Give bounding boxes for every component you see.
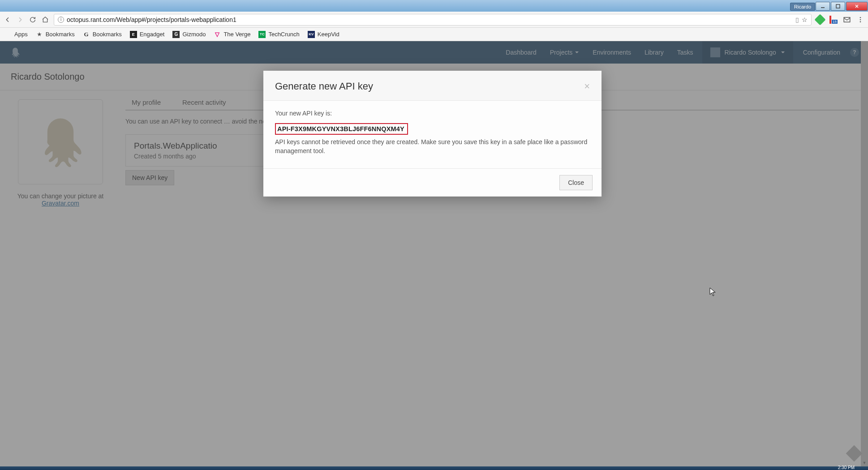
windows-user-badge[interactable]: Ricardo [790,3,815,11]
modal-header: Generate new API key × [263,71,602,101]
apps-label: Apps [14,31,28,38]
star-icon: ★ [36,31,43,38]
apps-grid-icon [4,31,12,38]
gizmodo-icon: G [172,31,180,38]
home-button[interactable] [41,16,49,24]
url-input[interactable] [67,16,793,23]
address-bar[interactable]: i ▯ ☆ [54,14,812,26]
google-g-icon: G [83,31,90,38]
bookmarks-bar: Apps ★Bookmarks GBookmarks EEngadget GGi… [0,28,868,41]
modal-title: Generate new API key [275,81,373,92]
modal-body: Your new API key is: API-F3X9MKGYVNX3BLJ… [263,101,602,168]
modal-close-icon[interactable]: × [584,81,590,92]
bookmark-techcrunch[interactable]: TCTechCrunch [258,31,299,38]
apps-shortcut[interactable]: Apps [4,31,28,38]
api-key-value: API-F3X9MKGYVNX3BLJ6FF6NNQXM4Y [275,123,408,135]
api-key-note: API keys cannot be retrieved once they a… [275,137,590,156]
windows-taskbar[interactable] [0,466,868,470]
generate-api-key-modal: Generate new API key × Your new API key … [263,71,602,197]
translate-icon[interactable]: ▯ [795,16,799,23]
mail-icon[interactable] [843,16,851,24]
bookmark-bookmarks-2[interactable]: GBookmarks [83,31,122,38]
bookmark-bookmarks-1[interactable]: ★Bookmarks [36,31,75,38]
reload-button[interactable] [29,16,37,24]
svg-rect-0 [836,4,840,8]
browser-toolbar: i ▯ ☆ [0,12,868,28]
bookmark-verge[interactable]: ▽The Verge [214,31,250,38]
system-clock: 2:30 PM [838,465,855,470]
extension-green-icon[interactable] [814,14,825,25]
techcrunch-icon: TC [258,31,266,38]
mouse-cursor-icon [709,287,716,296]
engadget-icon: E [130,31,137,38]
window-titlebar: My profile - Octopus Dep × Ricardo [0,0,868,12]
window-minimize-button[interactable] [816,2,830,11]
forward-button[interactable] [16,16,24,24]
extension-flag-icon[interactable] [829,16,838,24]
api-key-label: Your new API key is: [275,110,590,117]
back-button[interactable] [4,16,12,24]
browser-menu-icon[interactable] [856,16,864,24]
bookmark-gizmodo[interactable]: GGizmodo [172,31,206,38]
modal-footer: Close [263,168,602,197]
window-maximize-button[interactable] [831,2,845,11]
window-close-button[interactable] [846,2,868,11]
verge-icon: ▽ [214,31,221,38]
svg-point-3 [860,19,861,20]
bookmark-engadget[interactable]: EEngadget [130,31,165,38]
keepvid-icon: KV [308,31,315,38]
site-info-icon[interactable]: i [58,17,64,23]
bookmark-keepvid[interactable]: KVKeepVid [308,31,339,38]
svg-point-2 [860,17,861,18]
bookmark-star-icon[interactable]: ☆ [802,16,808,23]
app-viewport: Dashboard Projects Environments Library … [0,41,868,470]
modal-close-button[interactable]: Close [559,175,593,190]
svg-point-4 [860,21,861,22]
